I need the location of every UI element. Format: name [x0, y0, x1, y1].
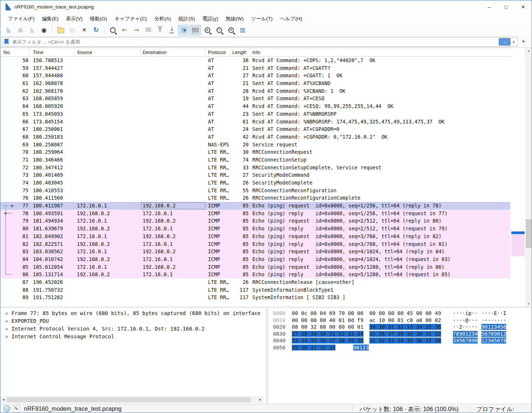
menu-capture[interactable]: キャプチャ(C) [111, 14, 151, 24]
column-header-time[interactable]: Time [29, 48, 75, 56]
packet-row[interactable]: 66173.845154AT61Rcvd AT Command: %NBRGRS… [0, 118, 510, 126]
packet-row[interactable]: 81182.649902172.16.0.1192.168.0.2ICMP85E… [0, 233, 510, 240]
detail-row[interactable]: >Internet Control Message Protocol [0, 333, 266, 341]
scroll-down-icon[interactable]: ∨ [525, 300, 532, 307]
packet-row[interactable]: 58150.788513AT38Rcvd AT Command: +COPS: … [0, 57, 510, 64]
filter-add-button[interactable]: + [519, 37, 528, 45]
menu-go[interactable]: 移動(G) [86, 14, 111, 24]
reload-file-icon[interactable]: ↻ [91, 25, 102, 35]
column-header-info[interactable]: Info [250, 48, 525, 56]
menu-help[interactable]: ヘルプ(H) [276, 14, 306, 24]
start-capture-icon[interactable] [3, 25, 14, 35]
save-file-icon[interactable]: ▤ [67, 25, 78, 35]
expand-chevron-icon[interactable]: > [0, 310, 11, 318]
hex-row[interactable]: 001000 00 00 00 40 01 0d f9ac 10 00 01 c… [269, 317, 532, 324]
packet-row[interactable]: 67180.250061AT24Sent AT Command: AT+CGPA… [0, 125, 510, 133]
resize-columns-icon[interactable]: ▥ [237, 25, 248, 35]
packet-row[interactable]: 80181.639679192.168.0.2172.16.0.1ICMP85E… [0, 225, 510, 233]
menu-tools[interactable]: ツール(T) [247, 14, 276, 24]
go-to-packet-icon[interactable] [143, 25, 154, 35]
go-to-bottom-icon[interactable]: ↓ [166, 25, 177, 35]
packet-row[interactable]: 65173.845093AT23Sent AT Command: AT%NBRG… [0, 110, 510, 118]
maximize-button[interactable]: □ [498, 0, 515, 14]
column-header-no[interactable]: No. [0, 48, 29, 56]
column-header-proto[interactable]: Protocol [206, 48, 231, 56]
close-button[interactable]: × [515, 0, 532, 14]
auto-scroll-icon[interactable] [178, 25, 189, 35]
colorize-icon[interactable] [190, 25, 201, 35]
close-file-icon[interactable]: ✕ [79, 25, 90, 35]
scroll-right-icon[interactable]: ▶ [257, 396, 263, 403]
capture-options-icon[interactable]: ◉ [38, 25, 50, 35]
packet-row[interactable]: 76180.411560LTE RR…26RRCConnectionReconf… [0, 194, 510, 202]
filter-bookmark-icon[interactable] [4, 39, 8, 45]
packet-row[interactable]: 77180.411987172.16.0.1192.168.0.2ICMP85E… [0, 202, 510, 210]
hex-row[interactable]: 003037 38 39 30 31 32 33 3435 36 37 38 3… [269, 331, 532, 338]
packet-row[interactable]: 87190.452026LTE RR…26RRCConnectionReleas… [0, 278, 510, 286]
packet-row[interactable]: 64168.005920AT44Rcvd AT Command: +CESQ: … [0, 102, 510, 110]
packet-row[interactable]: 75180.410553LTE RR…55RRCConnectionReconf… [0, 187, 510, 194]
expert-info-icon[interactable] [3, 405, 10, 412]
filter-apply-button[interactable]: → [499, 38, 511, 45]
menu-statistics[interactable]: 統計(S) [175, 14, 199, 24]
open-file-icon[interactable] [55, 25, 66, 35]
hex-row[interactable]: 004033 34 35 36 37 38 39 3031 32 33 34 3… [269, 337, 532, 344]
packet-row[interactable]: 72180.347412LTE RR…33RRCConnectionSetupC… [0, 164, 510, 172]
packet-row[interactable]: 68180.250183AT42Rcvd AT Command: +CGPADD… [0, 133, 510, 141]
packet-row[interactable]: 78180.493591192.168.0.2172.16.0.1ICMP85E… [0, 210, 510, 217]
vertical-splitter[interactable] [266, 308, 269, 403]
restart-capture-icon[interactable] [27, 25, 38, 35]
menu-wireless[interactable]: 無線(W) [222, 14, 248, 24]
intelligent-scrollbar-minimap[interactable] [511, 48, 525, 307]
column-header-len[interactable]: Length [231, 48, 250, 56]
menu-telephony[interactable]: 電話(y) [199, 14, 222, 24]
packet-row[interactable]: 69180.258087NAS-EPS20Service request [0, 141, 510, 149]
go-forward-icon[interactable]: → [131, 25, 142, 35]
packet-row[interactable]: 86185.131714192.168.0.2172.16.0.1ICMP85E… [0, 271, 510, 278]
menu-view[interactable]: 表示(V) [62, 14, 86, 24]
scroll-left-icon[interactable]: ◀ [0, 396, 7, 403]
packet-row[interactable]: 62162.968170AT28Rcvd AT Command: %XCBAND… [0, 87, 510, 95]
status-profile[interactable]: プロファイル: Default [476, 406, 532, 413]
packet-row[interactable]: 83183.838562172.16.0.1192.168.0.2ICMP85E… [0, 248, 510, 255]
packet-row[interactable]: 73180.401489LTE RR…27SecurityModeCommand [0, 171, 510, 179]
display-filter-input[interactable] [11, 39, 499, 45]
zoom-in-icon[interactable]: + [202, 25, 213, 35]
packet-row[interactable]: 79181.494934172.16.0.1192.168.0.2ICMP85E… [0, 217, 510, 225]
hex-row[interactable]: 002008 00 32 88 00 00 00 0139 30 31 32 3… [269, 324, 532, 331]
packet-row[interactable]: 82182.822571192.168.0.2172.16.0.1ICMP85E… [0, 240, 510, 248]
packet-row[interactable]: 71180.346466LTE RR…74RRCConnectionSetup [0, 156, 510, 164]
minimize-button[interactable]: – [481, 0, 498, 14]
packet-row[interactable]: 74180.403045LTE RR…26SecurityModeComplet… [0, 179, 510, 187]
packet-row[interactable]: 63168.005859AT19Sent AT Command: AT+CESQ [0, 95, 510, 102]
hex-row[interactable]: 000000 0c 00 04 69 70 00 0000 00 00 00 4… [269, 310, 532, 317]
expand-chevron-icon[interactable]: > [0, 333, 11, 341]
capture-comment-icon[interactable]: ✎ [13, 405, 20, 412]
packet-row[interactable]: 89191.751282LTE RR…117SystemInformation … [0, 294, 510, 301]
detail-row[interactable]: >Frame 77: 85 bytes on wire (680 bits), … [0, 309, 266, 317]
filter-dropdown-caret-icon[interactable]: ▾ [513, 40, 515, 44]
packet-row[interactable]: 59157.944427AT21Sent AT Command: AT+CGAT… [0, 64, 510, 72]
detail-row[interactable]: >Internet Protocol Version 4, Src: 172.1… [0, 325, 266, 333]
menu-edit[interactable]: 編集(E) [38, 14, 62, 24]
packet-row[interactable]: 85185.012054172.16.0.1192.168.0.2ICMP85E… [0, 263, 510, 271]
packet-row[interactable]: 60157.944488AT27Rcvd AT Command: +CGATT:… [0, 72, 510, 79]
scroll-up-icon[interactable]: ∧ [525, 48, 532, 54]
packet-list-vscrollbar[interactable]: ∧ ∨ [525, 48, 532, 307]
hscrollbar-thumb[interactable] [7, 397, 250, 402]
packet-row[interactable]: 61162.968078AT21Sent AT Command: AT%XCBA… [0, 79, 510, 87]
zoom-out-icon[interactable]: − [214, 25, 225, 35]
go-back-icon[interactable]: ← [119, 25, 130, 35]
go-to-top-icon[interactable]: ↑ [154, 25, 166, 35]
zoom-original-icon[interactable]: = [225, 25, 236, 35]
packet-row[interactable]: 88191.750732LTE RR…117SystemInformationB… [0, 286, 510, 294]
packet-row[interactable]: 70180.259064LTE RR…30RRCConnectionReques… [0, 148, 510, 156]
packet-row[interactable]: 84184.010742192.168.0.2172.16.0.1ICMP85E… [0, 255, 510, 263]
column-header-src[interactable]: Source [75, 48, 141, 56]
stop-capture-icon[interactable]: ■ [15, 25, 26, 35]
hex-row[interactable]: 005039 30 31 32 3390123 [269, 344, 532, 351]
vscrollbar-thumb[interactable] [526, 219, 532, 248]
menu-analyze[interactable]: 分析(A) [151, 14, 175, 24]
display-filter-field[interactable]: → ▾ [2, 37, 518, 47]
detail-row[interactable]: >EXPORTED_PDU [0, 317, 266, 325]
